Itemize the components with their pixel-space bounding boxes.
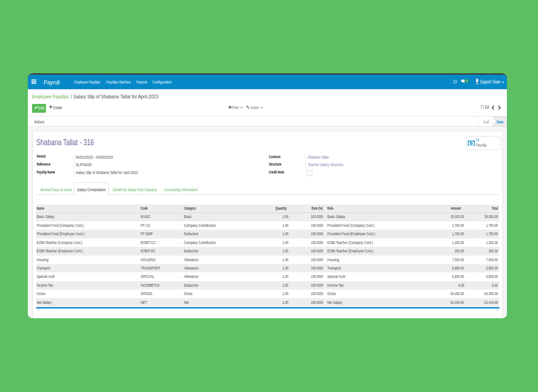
svg-text:1: 1 xyxy=(466,79,467,82)
